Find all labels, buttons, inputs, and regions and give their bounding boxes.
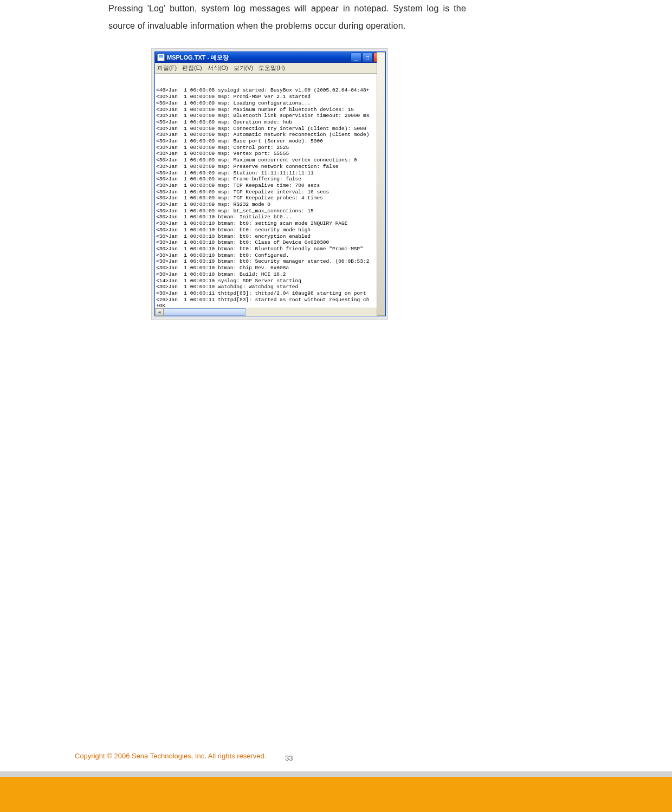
body-paragraph: Pressing 'Log' button, system log messag… <box>108 0 466 35</box>
menu-help[interactable]: 도움말(H) <box>259 64 285 72</box>
footer-bar-orange <box>0 777 672 812</box>
hscroll-thumb[interactable] <box>164 308 245 316</box>
log-text-area[interactable]: <46>Jan 1 00:00:08 syslogd started: Busy… <box>155 74 385 308</box>
footer-bar-grey <box>0 771 672 777</box>
menu-view[interactable]: 보기(V) <box>234 64 254 72</box>
titlebar-left: MSPLOG.TXT - 메모장 <box>157 54 229 62</box>
page-number: 33 <box>285 754 293 762</box>
window-title: MSPLOG.TXT - 메모장 <box>167 54 229 62</box>
notepad-icon <box>157 54 165 61</box>
notepad-screenshot: MSPLOG.TXT - 메모장 _ □ × 파일(F) 편집(E) 서식(O)… <box>152 49 387 319</box>
resize-grip[interactable] <box>377 52 385 316</box>
notepad-window: MSPLOG.TXT - 메모장 _ □ × 파일(F) 편집(E) 서식(O)… <box>154 51 386 316</box>
window-titlebar[interactable]: MSPLOG.TXT - 메모장 _ □ × <box>155 52 385 63</box>
footer-copyright: Copyright © 2006 Sena Technologies, Inc.… <box>75 752 266 760</box>
maximize-button[interactable]: □ <box>362 53 373 62</box>
horizontal-scrollbar[interactable]: ◄ ► <box>155 308 385 316</box>
menubar: 파일(F) 편집(E) 서식(O) 보기(V) 도움말(H) <box>155 63 385 74</box>
log-content: <46>Jan 1 00:00:08 syslogd started: Busy… <box>156 87 384 308</box>
minimize-button[interactable]: _ <box>351 53 361 62</box>
menu-edit[interactable]: 편집(E) <box>182 64 202 72</box>
menu-file[interactable]: 파일(F) <box>157 64 177 72</box>
document-page: Pressing 'Log' button, system log messag… <box>0 0 672 812</box>
hscroll-track[interactable] <box>164 308 377 316</box>
scroll-left-icon[interactable]: ◄ <box>155 308 164 316</box>
menu-format[interactable]: 서식(O) <box>208 64 228 72</box>
